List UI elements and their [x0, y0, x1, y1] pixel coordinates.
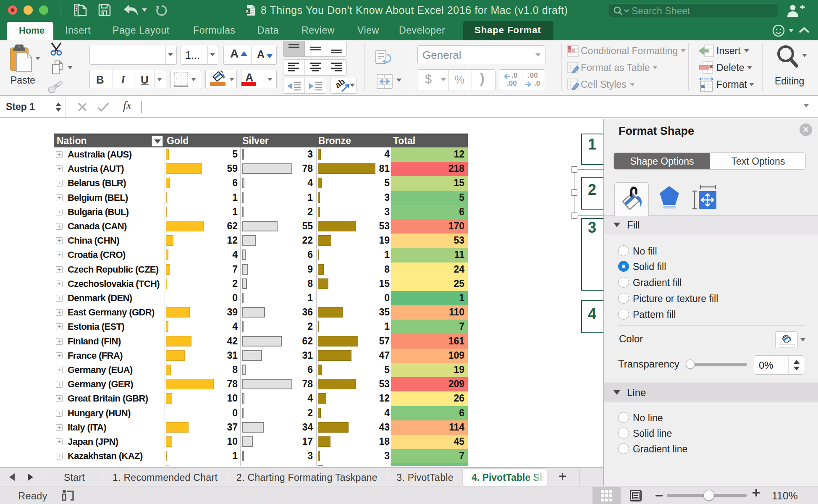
svg-text:x: x [246, 8, 249, 13]
